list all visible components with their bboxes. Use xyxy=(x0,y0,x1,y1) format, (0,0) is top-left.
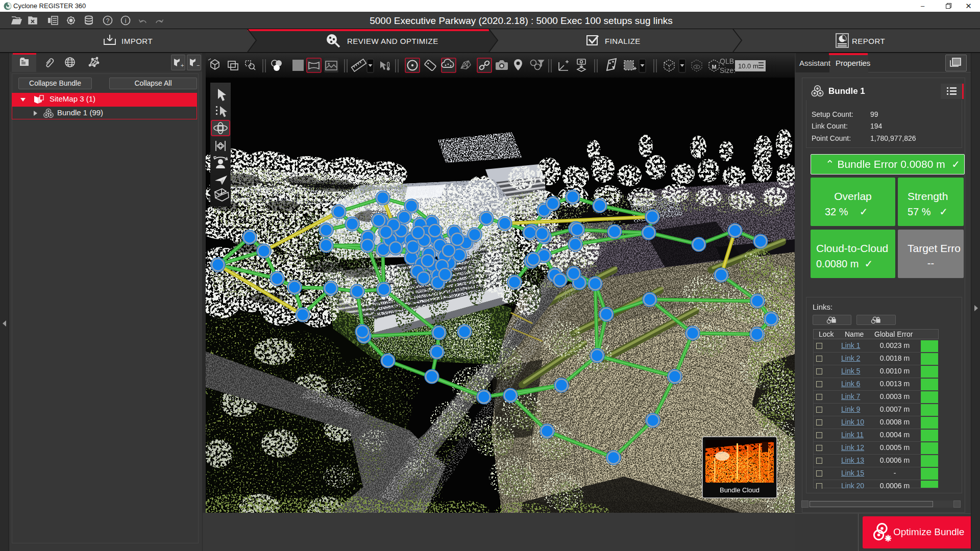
svg-text:?: ? xyxy=(106,17,110,24)
svg-text:10.0 m: 10.0 m xyxy=(738,62,758,70)
svg-text:+: + xyxy=(181,62,184,68)
svg-text:Bundle Cloud: Bundle Cloud xyxy=(720,486,760,494)
svg-text:M: M xyxy=(712,64,716,70)
svg-text:i: i xyxy=(125,17,127,24)
svg-text:Size:: Size: xyxy=(720,66,736,74)
svg-text:−: − xyxy=(197,62,200,68)
svg-text:QLB: QLB xyxy=(720,57,734,65)
